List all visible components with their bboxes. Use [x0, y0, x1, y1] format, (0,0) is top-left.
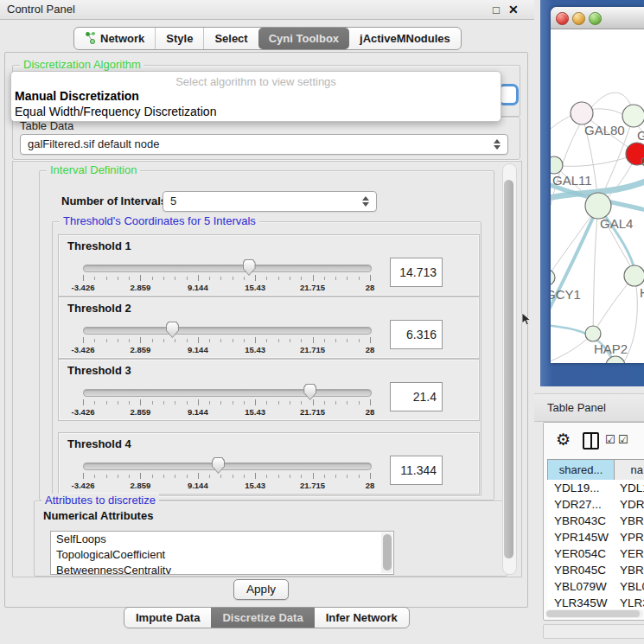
slider-thumb[interactable]	[243, 259, 256, 276]
table-row[interactable]: YDR27...YDR2	[547, 496, 644, 513]
table-cell: YBR045C	[547, 562, 613, 578]
network-node[interactable]	[585, 326, 601, 341]
popup-option[interactable]: Manual Discretization	[11, 88, 501, 104]
tab-discretize-data[interactable]: Discretize Data	[211, 608, 314, 628]
table-row[interactable]: YER054CYER0	[547, 545, 644, 562]
table-row[interactable]: YLR345WYLR3	[547, 595, 644, 609]
tab-select[interactable]: Select	[203, 28, 258, 49]
tab-infer-network[interactable]: Infer Network	[315, 608, 409, 628]
slider-thumb[interactable]	[212, 457, 225, 474]
list-item[interactable]: BetweennessCentrality	[51, 563, 393, 575]
slider-track[interactable]	[83, 327, 372, 335]
network-node[interactable]	[551, 270, 555, 285]
settings-scrollbar[interactable]	[502, 163, 517, 575]
slider-thumb[interactable]	[166, 322, 179, 338]
tick-mark	[175, 339, 175, 342]
float-window-icon[interactable]: □	[493, 3, 500, 16]
slider[interactable]: -3.4262.8599.14415.4321.71528	[83, 261, 370, 290]
network-canvas[interactable]: GAL80GACGAL11GAL4GCY1HHAP2	[551, 29, 644, 363]
network-node[interactable]	[622, 105, 644, 127]
tick-mark	[118, 401, 118, 405]
network-window-frame: GAL80GACGAL11GAL4GCY1HHAP2	[540, 0, 644, 386]
table-row[interactable]: YDL19...YDL1	[547, 480, 644, 496]
slider-track[interactable]	[83, 389, 372, 397]
slider[interactable]: -3.4262.8599.14415.4321.71528	[83, 323, 370, 353]
table-row[interactable]: YPR145WYPR1	[547, 529, 644, 545]
tick-mark	[94, 475, 95, 478]
tick-label: -3.426	[72, 283, 95, 292]
tick-mark	[140, 399, 141, 405]
tick-label: 21.715	[300, 481, 325, 490]
tab-impute-data[interactable]: Impute Data	[124, 608, 211, 628]
network-edge[interactable]	[593, 206, 598, 334]
close-icon[interactable]: ✕	[508, 3, 519, 16]
tab-jactivemnodules[interactable]: jActiveMNodules	[349, 28, 461, 49]
tick-mark	[347, 339, 348, 342]
table-row[interactable]: YBL079WYBL0	[547, 578, 644, 595]
settings-scrollbar-thumb[interactable]	[504, 180, 513, 558]
network-node[interactable]	[606, 356, 625, 363]
table-row[interactable]: YBR045CYBR0	[547, 562, 644, 578]
split-view-icon[interactable]	[583, 432, 599, 450]
slider-thumb[interactable]	[303, 384, 316, 400]
network-window-titlebar[interactable]	[551, 7, 644, 29]
number-of-intervals-combobox[interactable]: 5	[163, 191, 377, 212]
slider-track[interactable]	[83, 265, 372, 272]
tab-label: Style	[166, 32, 193, 45]
table-cell: YBL079W	[547, 578, 613, 595]
threshold-label: Threshold 2	[67, 302, 131, 315]
tick-mark	[140, 473, 141, 479]
column-header-2[interactable]: na	[615, 460, 644, 481]
tick-mark	[233, 277, 233, 280]
threshold-value-field[interactable]: 14.713	[390, 258, 443, 287]
tick-mark	[106, 277, 107, 280]
slider[interactable]: -3.4262.8599.14415.4321.71528	[83, 386, 370, 415]
table-row[interactable]: YBR043CYBR0	[547, 513, 644, 529]
list-item[interactable]: TopologicalCoefficient	[51, 547, 393, 563]
mac-minimize-button[interactable]	[572, 12, 585, 25]
slider-track[interactable]	[83, 462, 372, 470]
gear-icon[interactable]: ⚙	[556, 430, 571, 450]
mac-close-button[interactable]	[556, 12, 569, 25]
tick-mark	[278, 401, 279, 405]
slider-ticks	[83, 337, 370, 344]
mac-zoom-button[interactable]	[589, 12, 602, 25]
list-item[interactable]: SelfLoops	[51, 532, 393, 547]
tick-mark	[313, 275, 314, 281]
tick-mark	[266, 277, 267, 280]
popup-option[interactable]: Equal Width/Frequency Discretization	[11, 104, 501, 119]
threshold-value-field[interactable]: 21.4	[390, 382, 443, 411]
table-hscrollbar[interactable]	[545, 609, 643, 618]
tab-style[interactable]: Style	[155, 28, 203, 49]
table-hscrollbar-thumb[interactable]	[546, 610, 640, 617]
tick-mark	[163, 277, 164, 280]
tick-label: 28	[366, 345, 375, 354]
network-window: GAL80GACGAL11GAL4GCY1HHAP2	[551, 7, 644, 363]
apply-button[interactable]: Apply	[233, 579, 289, 600]
threshold-value-field[interactable]: 11.344	[390, 456, 443, 485]
hide-columns-icon[interactable]: ☑	[618, 433, 628, 446]
table-data-combobox[interactable]: galFiltered.sif default node	[20, 134, 508, 155]
table-cell: YLR3	[613, 595, 644, 609]
list-scrollbar[interactable]	[381, 532, 392, 573]
network-node[interactable]	[585, 193, 611, 219]
column-header-1[interactable]: shared...	[547, 460, 615, 481]
network-node[interactable]	[624, 265, 644, 286]
tab-label: Network	[100, 32, 144, 45]
network-edge[interactable]	[554, 154, 637, 166]
show-columns-icon[interactable]: ☑	[605, 433, 615, 446]
slider[interactable]: -3.4262.8599.14415.4321.71528	[83, 459, 370, 488]
tab-network[interactable]: Network	[74, 28, 155, 49]
tick-mark	[129, 339, 130, 342]
numerical-attributes-list[interactable]: SelfLoopsTopologicalCoefficientBetweenne…	[50, 531, 394, 575]
list-scrollbar-thumb[interactable]	[383, 534, 392, 571]
tick-mark	[220, 339, 221, 342]
network-node[interactable]	[551, 156, 563, 174]
threshold-value-field[interactable]: 6.316	[390, 320, 443, 349]
tab-cyni-toolbox[interactable]: Cyni Toolbox	[258, 28, 349, 49]
tab-label: Cyni Toolbox	[269, 32, 339, 45]
attributes-group: Attributes to discretize Numerical Attri…	[34, 501, 507, 577]
node-label: C	[641, 154, 644, 169]
network-node[interactable]	[571, 102, 593, 124]
tick-mark	[220, 475, 221, 478]
